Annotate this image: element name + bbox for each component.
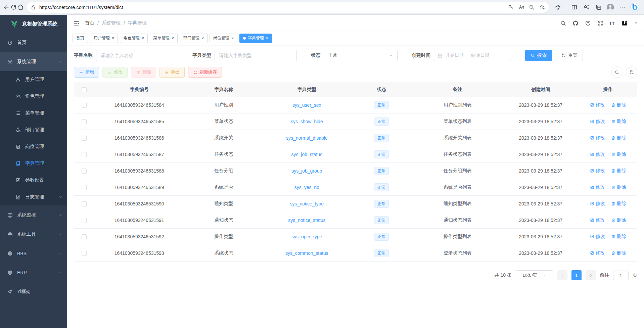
row-checkbox[interactable] bbox=[82, 169, 87, 174]
row-checkbox[interactable] bbox=[82, 119, 87, 124]
sidebar-item-参数设置[interactable]: 参数设置 bbox=[0, 172, 67, 189]
row-edit-button[interactable]: 修改 bbox=[590, 184, 605, 190]
sidebar-item-部门管理[interactable]: 部门管理 bbox=[0, 122, 67, 138]
sidebar-item-用户管理[interactable]: 用户管理 bbox=[0, 71, 67, 88]
split-screen-icon[interactable] bbox=[568, 2, 580, 13]
lock-icon[interactable] bbox=[31, 5, 36, 10]
dict-type-link[interactable]: sys_show_hide bbox=[291, 119, 323, 124]
date-range-picker[interactable]: 开始日期 - 结束日期 bbox=[434, 50, 511, 61]
dict-type-link[interactable]: sys_notice_status bbox=[288, 218, 325, 223]
tab-部门管理[interactable]: 部门管理× bbox=[180, 34, 208, 43]
dict-type-link[interactable]: sys_notice_type bbox=[290, 201, 324, 206]
sidebar-item-岗位管理[interactable]: 岗位管理 bbox=[0, 138, 67, 155]
row-delete-button[interactable]: 删除 bbox=[611, 217, 626, 223]
sidebar-item-角色管理[interactable]: 角色管理 bbox=[0, 88, 67, 105]
row-edit-button[interactable]: 修改 bbox=[590, 119, 605, 125]
sidebar-item-首页[interactable]: 首页 bbox=[0, 33, 67, 52]
copilot-icon[interactable] bbox=[629, 2, 641, 13]
text-size-icon[interactable]: tT bbox=[610, 20, 615, 26]
sidebar-collapse-icon[interactable] bbox=[73, 20, 80, 27]
select-all-checkbox[interactable] bbox=[82, 87, 87, 92]
tab-close-icon[interactable]: × bbox=[112, 36, 114, 40]
row-edit-button[interactable]: 修改 bbox=[590, 135, 605, 141]
row-edit-button[interactable]: 修改 bbox=[590, 217, 605, 223]
sidebar-item-ERP[interactable]: ERP bbox=[0, 263, 67, 282]
tab-岗位管理[interactable]: 岗位管理× bbox=[210, 34, 237, 43]
row-edit-button[interactable]: 修改 bbox=[590, 102, 605, 108]
show-search-button[interactable] bbox=[611, 66, 623, 78]
row-checkbox[interactable] bbox=[82, 251, 87, 256]
refresh-table-button[interactable] bbox=[626, 66, 637, 78]
tab-菜单管理[interactable]: 菜单管理× bbox=[150, 34, 178, 43]
zoom-out-icon[interactable] bbox=[529, 4, 535, 10]
row-checkbox[interactable] bbox=[82, 218, 87, 223]
sidebar-item-BBS[interactable]: BBS bbox=[0, 244, 67, 263]
caret-down-icon[interactable] bbox=[634, 21, 638, 25]
dict-type-link[interactable]: sys_yes_no bbox=[294, 185, 319, 190]
goto-page-input[interactable] bbox=[613, 271, 629, 280]
profile-avatar[interactable] bbox=[604, 2, 616, 13]
favorite-add-icon[interactable] bbox=[539, 4, 545, 10]
row-delete-button[interactable]: 删除 bbox=[611, 151, 626, 157]
row-checkbox[interactable] bbox=[82, 201, 87, 206]
row-delete-button[interactable]: 删除 bbox=[611, 168, 626, 174]
favorites-icon[interactable] bbox=[580, 2, 592, 13]
row-checkbox[interactable] bbox=[82, 234, 87, 239]
dict-type-link[interactable]: sys_common_status bbox=[285, 250, 328, 256]
next-page-button[interactable] bbox=[586, 270, 596, 280]
row-checkbox[interactable] bbox=[82, 103, 87, 108]
tab-close-icon[interactable]: × bbox=[172, 36, 174, 40]
tab-close-icon[interactable]: × bbox=[142, 36, 144, 40]
tab-close-icon[interactable]: × bbox=[201, 36, 204, 40]
home-icon[interactable] bbox=[17, 4, 24, 10]
back-icon[interactable] bbox=[3, 4, 10, 10]
row-checkbox[interactable] bbox=[82, 136, 87, 141]
breadcrumb-item-系统管理[interactable]: 系统管理 bbox=[102, 20, 121, 26]
url-bar[interactable]: https://ccnetcore.com:1101/system/dict bbox=[27, 2, 549, 13]
tab-close-icon[interactable]: × bbox=[231, 36, 234, 40]
status-select[interactable]: 正常 bbox=[324, 50, 398, 61]
breadcrumb-item-首页[interactable]: 首页 bbox=[85, 20, 94, 26]
sidebar-item-Yi框架[interactable]: Yi框架 bbox=[0, 282, 67, 301]
extensions-icon[interactable] bbox=[552, 2, 564, 13]
row-delete-button[interactable]: 删除 bbox=[611, 119, 626, 125]
tab-字典管理[interactable]: 字典管理× bbox=[239, 34, 272, 43]
sidebar-item-字典管理[interactable]: 字典管理 bbox=[0, 155, 67, 172]
sidebar-item-日志管理[interactable]: 日志管理 bbox=[0, 189, 67, 205]
sidebar-item-系统管理[interactable]: 系统管理 bbox=[0, 52, 67, 71]
dict-name-input[interactable] bbox=[96, 50, 178, 61]
url-text[interactable]: https://ccnetcore.com:1101/system/dict bbox=[39, 5, 508, 10]
question-icon[interactable] bbox=[585, 20, 591, 26]
导出-button[interactable]: 导出 bbox=[159, 67, 185, 78]
row-checkbox[interactable] bbox=[82, 152, 87, 157]
sidebar-item-菜单管理[interactable]: 菜单管理 bbox=[0, 105, 67, 122]
row-edit-button[interactable]: 修改 bbox=[590, 234, 605, 240]
prev-page-button[interactable] bbox=[557, 270, 567, 280]
page-number-1[interactable]: 1 bbox=[571, 270, 582, 280]
sidebar-item-系统监控[interactable]: 系统监控 bbox=[0, 205, 67, 225]
read-aloud-icon[interactable] bbox=[518, 4, 524, 10]
sidebar-item-系统工具[interactable]: 系统工具 bbox=[0, 225, 67, 244]
row-checkbox[interactable] bbox=[82, 185, 87, 190]
tab-角色管理[interactable]: 角色管理× bbox=[120, 34, 148, 43]
page-size-select[interactable]: 10条/页 bbox=[516, 270, 553, 280]
dict-type-link[interactable]: sys_job_status bbox=[291, 152, 323, 157]
row-edit-button[interactable]: 修改 bbox=[590, 151, 605, 157]
refresh-icon[interactable] bbox=[10, 4, 17, 10]
tab-首页[interactable]: 首页 bbox=[73, 34, 88, 43]
row-delete-button[interactable]: 删除 bbox=[611, 184, 626, 190]
dict-type-link[interactable]: sys_user_sex bbox=[292, 102, 321, 108]
github-icon[interactable] bbox=[572, 20, 579, 26]
row-edit-button[interactable]: 修改 bbox=[590, 168, 605, 174]
key-icon[interactable] bbox=[508, 4, 514, 10]
row-edit-button[interactable]: 修改 bbox=[590, 250, 605, 256]
dict-type-link[interactable]: sys_normal_disable bbox=[286, 135, 328, 141]
tab-close-icon[interactable]: × bbox=[266, 36, 268, 40]
search-icon[interactable] bbox=[560, 20, 566, 26]
row-delete-button[interactable]: 删除 bbox=[611, 234, 626, 240]
collections-icon[interactable] bbox=[592, 2, 604, 13]
dict-type-link[interactable]: sys_oper_type bbox=[291, 234, 322, 239]
dict-type-link[interactable]: sys_job_group bbox=[291, 168, 322, 174]
row-delete-button[interactable]: 删除 bbox=[611, 201, 626, 207]
dict-type-input[interactable] bbox=[215, 50, 297, 61]
